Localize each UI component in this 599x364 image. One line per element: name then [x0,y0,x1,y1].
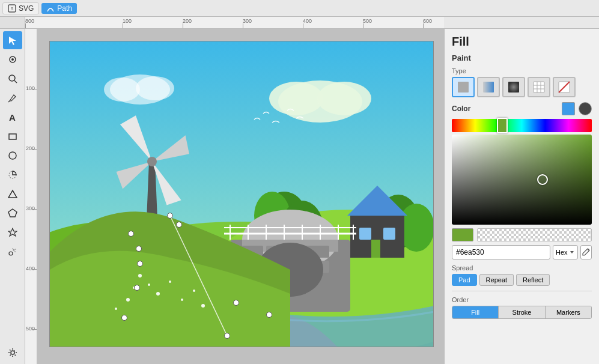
divider [452,291,592,291]
path-icon [46,4,55,13]
rect-icon [8,132,17,141]
svg-point-17 [14,251,16,252]
svg-point-26 [317,82,371,115]
color-picker-area[interactable] [452,135,592,225]
svg-marker-11 [8,190,17,198]
left-toolbar: A [0,29,25,364]
circle-tool-btn[interactable] [3,147,22,165]
select-tool-btn[interactable] [3,31,22,49]
radial-gradient-btn[interactable] [502,77,525,97]
vertical-ruler: 100200300400500600 [25,29,37,364]
order-markers-tab[interactable]: Markers [546,306,591,318]
hex-row: Hex [452,245,592,259]
star-icon [8,228,17,237]
star-tool-btn[interactable] [3,223,22,241]
eyedropper-btn[interactable] [580,245,592,259]
node-5[interactable] [137,261,143,267]
svg-point-14 [9,252,13,255]
svg-rect-48 [383,228,395,240]
dark-color-swatch[interactable] [579,102,592,115]
text-tool-btn[interactable]: A [3,108,22,126]
spectrum-gradient[interactable] [452,119,592,132]
spectrum-bar[interactable] [452,119,592,132]
order-tabs: Fill Stroke Markers [452,306,592,319]
transparent-bg [477,228,592,241]
node-2[interactable] [176,222,182,228]
picker-circle[interactable] [537,174,548,185]
hex-mode-select[interactable]: Hex [553,245,578,259]
svg-line-6 [14,80,17,83]
node-3[interactable] [128,231,134,237]
selected-color-swatch [452,228,473,241]
green-marker[interactable] [497,118,508,133]
svg-point-28 [104,77,140,102]
node-1[interactable] [167,213,173,219]
polygon-tool-btn[interactable] [3,204,22,222]
order-fill-tab[interactable]: Fill [452,306,499,318]
flat-color-btn[interactable] [452,77,475,97]
spray-tool-btn[interactable] [3,243,22,261]
node-7[interactable] [233,300,239,306]
swatch-btn[interactable] [553,77,576,97]
radial-gradient-icon [507,80,520,94]
selected-color-row [452,228,592,241]
circle-icon [8,151,17,160]
pen-tool-btn[interactable] [3,89,22,107]
svg-marker-2 [9,37,16,45]
node-10[interactable] [224,333,230,339]
svg-point-77 [148,284,150,286]
rect-tool-btn[interactable] [3,127,22,145]
svg-point-83 [115,308,117,310]
order-stroke-tab[interactable]: Stroke [499,306,545,318]
canvas-area[interactable] [37,29,444,364]
canvas-inner[interactable] [49,41,434,347]
svg-point-85 [201,304,205,308]
canvas-wrapper: 100200300400500600 [25,29,444,364]
pattern-btn[interactable] [528,77,550,97]
blue-color-swatch[interactable] [562,102,575,115]
svg-marker-97 [570,251,574,253]
svg-rect-89 [508,82,519,93]
svg-point-16 [15,249,16,250]
horizontal-ruler: 100200300400500600700800 [25,17,444,29]
node-6[interactable] [134,285,140,291]
triangle-icon [8,189,17,199]
svg-breadcrumb[interactable]: S SVG [2,2,39,14]
path-label: Path [57,4,72,13]
svg-rect-87 [458,82,469,93]
paint-types [452,77,592,97]
svg-marker-12 [8,209,17,217]
spread-reflect-btn[interactable]: Reflect [516,274,550,286]
node-9[interactable] [121,315,127,321]
top-bar: S SVG Path [0,0,599,17]
paint-section-label: Paint [452,53,592,62]
node-8[interactable] [266,312,272,318]
spray-icon [8,247,17,256]
svg-point-18 [12,248,13,249]
spread-repeat-btn[interactable]: Repeat [479,274,514,286]
svg-line-7 [8,101,10,102]
svg-point-68 [147,157,157,166]
triangle-tool-btn[interactable] [3,185,22,203]
arc-icon [8,170,17,180]
svg-point-25 [269,82,323,115]
arrow-icon [8,35,17,45]
settings-tool-btn[interactable] [3,344,22,362]
node-4[interactable] [136,246,142,252]
color-label: Color [452,105,558,113]
linear-gradient-btn[interactable] [477,77,500,97]
hex-input[interactable] [452,245,550,259]
zoom-tool-btn[interactable] [3,70,22,88]
arc-tool-btn[interactable] [3,166,22,184]
pen-icon [8,93,17,103]
order-label: Order [452,296,592,303]
node-icon [8,55,17,64]
path-breadcrumb[interactable]: Path [41,3,77,14]
svg-point-15 [13,249,14,251]
spread-label: Spread [452,264,592,271]
svg-rect-8 [9,134,16,139]
node-tool-btn[interactable] [3,50,22,68]
spread-pad-btn[interactable]: Pad [452,274,477,286]
type-label: Type [452,67,592,74]
hex-mode-label: Hex [556,249,568,256]
